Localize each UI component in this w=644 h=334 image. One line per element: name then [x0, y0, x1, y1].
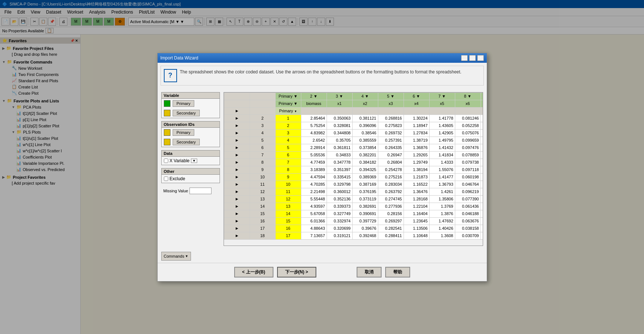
- col-header-3[interactable]: 3 ▼: [327, 92, 352, 100]
- row-header-14[interactable]: 15: [250, 210, 275, 217]
- cell-2-5[interactable]: 1.43605: [429, 122, 455, 129]
- cell-11-1[interactable]: 0.360012: [327, 188, 352, 195]
- cell-3-2[interactable]: 0.38546: [352, 129, 378, 137]
- cell-14-2[interactable]: 0.390691: [352, 210, 378, 217]
- primary-obs-btn[interactable]: Primary: [173, 129, 195, 136]
- cell-17-2[interactable]: 0.392468: [352, 232, 378, 239]
- cell-2-0[interactable]: 5.75254: [301, 122, 327, 129]
- sub-header-primary[interactable]: Primary ▼: [275, 100, 301, 107]
- cell-7-3[interactable]: 0.26804: [378, 159, 404, 166]
- cell-1-4[interactable]: 1.30224: [404, 115, 429, 122]
- row-arrow-3[interactable]: ▶: [224, 129, 250, 137]
- col-header-5[interactable]: 5 ▼: [378, 92, 404, 100]
- cell-16-0[interactable]: 4.88643: [301, 225, 327, 232]
- cell-11-6[interactable]: 0.096219: [455, 188, 481, 195]
- cell-3-5[interactable]: 1.42905: [429, 129, 455, 137]
- cell-5-2[interactable]: 0.373854: [352, 144, 378, 151]
- cancel-button[interactable]: 取消: [357, 267, 382, 277]
- cell-12-1[interactable]: 0.352136: [327, 195, 352, 203]
- cell-10-6[interactable]: 0.046764: [455, 181, 481, 188]
- cell-15-3[interactable]: 0.269297: [378, 217, 404, 225]
- cell-13-2[interactable]: 0.382691: [352, 203, 378, 210]
- cell-8-2[interactable]: 0.394325: [352, 166, 378, 173]
- col-header-2[interactable]: 2 ▼: [301, 92, 327, 100]
- row-arrow-11[interactable]: ▶: [224, 188, 250, 195]
- cell-1-0[interactable]: 2.85464: [301, 115, 327, 122]
- cell-12-7[interactable]: 0.647864: [481, 195, 483, 203]
- cell-16-2[interactable]: 0.39676: [352, 225, 378, 232]
- cell-8-3[interactable]: 0.254278: [378, 166, 404, 173]
- cell-3-7[interactable]: 0.655192: [481, 129, 483, 137]
- cell-14-7[interactable]: 0.672251: [481, 210, 483, 217]
- cell-6-1[interactable]: 0.34833: [327, 151, 352, 159]
- cell-6-6[interactable]: 0.078859: [455, 151, 481, 159]
- cell-17-5[interactable]: 1.3608: [429, 232, 455, 239]
- cell-15-6[interactable]: 0.063676: [455, 217, 481, 225]
- cell-3-6[interactable]: 0.075076: [455, 129, 481, 137]
- col-header-1[interactable]: Primary ▼: [275, 92, 301, 100]
- cell-1-6[interactable]: 0.081246: [455, 115, 481, 122]
- cell-9-2[interactable]: 0.389369: [352, 173, 378, 181]
- cell-9-4[interactable]: 1.21873: [404, 173, 429, 181]
- scroll-right[interactable]: ▶: [477, 246, 483, 246]
- cell-4-6[interactable]: 0.099659: [455, 137, 481, 144]
- cell-7-7[interactable]: 0.652222: [481, 159, 483, 166]
- cell-5-6[interactable]: 0.097476: [455, 144, 481, 151]
- exclude-checkbox[interactable]: [164, 177, 168, 181]
- cell-6-2[interactable]: 0.382201: [352, 151, 378, 159]
- row-header-7[interactable]: 8: [250, 159, 275, 166]
- cell-9-5[interactable]: 1.41477: [429, 173, 455, 181]
- cell-3-1[interactable]: 0.344808: [327, 129, 352, 137]
- row-header-17[interactable]: 18: [250, 232, 275, 239]
- cell-2-2[interactable]: 0.396096: [352, 122, 378, 129]
- cell-17-7[interactable]: 0.680879: [481, 232, 483, 239]
- row-header-9[interactable]: 10: [250, 173, 275, 181]
- cell-5-3[interactable]: 0.264335: [378, 144, 404, 151]
- row-arrow-10[interactable]: ▶: [224, 181, 250, 188]
- row-header-15[interactable]: 16: [250, 217, 275, 225]
- cell-6-7[interactable]: 0.65167: [481, 151, 483, 159]
- cell-11-3[interactable]: 0.263792: [378, 188, 404, 195]
- help-button[interactable]: 帮助: [385, 267, 410, 277]
- cell-11-5[interactable]: 1.4261: [429, 188, 455, 195]
- cell-7-5[interactable]: 1.4333: [429, 159, 455, 166]
- cell-2-1[interactable]: 0.328081: [327, 122, 352, 129]
- cell-13-5[interactable]: 1.3769: [429, 203, 455, 210]
- cell-10-4[interactable]: 1.16522: [404, 181, 429, 188]
- cell-5-0[interactable]: 2.28914: [301, 144, 327, 151]
- col-header-6[interactable]: 6 ▼: [404, 92, 429, 100]
- cell-9-6[interactable]: 0.060198: [455, 173, 481, 181]
- row-arrow-5[interactable]: ▶: [224, 144, 250, 151]
- cell-16-3[interactable]: 0.282541: [378, 225, 404, 232]
- cell-17-1[interactable]: 0.319121: [327, 232, 352, 239]
- row-arrow-16[interactable]: ▶: [224, 225, 250, 232]
- next-button[interactable]: 下一步(N) >: [277, 267, 316, 277]
- col-header-9[interactable]: 9 ▼: [481, 92, 483, 100]
- back-button[interactable]: < 上一步(B): [234, 267, 273, 277]
- cell-8-4[interactable]: 1.38194: [404, 166, 429, 173]
- cell-8-5[interactable]: 1.55076: [429, 166, 455, 173]
- cell-12-3[interactable]: 0.274745: [378, 195, 404, 203]
- cell-17-0[interactable]: 7.13657: [301, 232, 327, 239]
- cell-16-4[interactable]: 1.13506: [404, 225, 429, 232]
- x-variable-checkbox[interactable]: [164, 159, 168, 163]
- row-header-10[interactable]: 11: [250, 181, 275, 188]
- commands-dropdown[interactable]: Commands ▼: [161, 252, 191, 261]
- cell-15-0[interactable]: 6.01366: [301, 217, 327, 225]
- cell-16-1[interactable]: 0.320699: [327, 225, 352, 232]
- dialog-close-btn[interactable]: ✕: [477, 55, 484, 61]
- cell-2-4[interactable]: 1.18947: [404, 122, 429, 129]
- row-header-1[interactable]: 2: [250, 115, 275, 122]
- cell-3-0[interactable]: 4.83982: [301, 129, 327, 137]
- cell-13-3[interactable]: 0.277936: [378, 203, 404, 210]
- cell-7-0[interactable]: 4.77459: [301, 159, 327, 166]
- cell-14-4[interactable]: 1.16404: [404, 210, 429, 217]
- cell-3-4[interactable]: 1.27834: [404, 129, 429, 137]
- row-header-12[interactable]: 13: [250, 195, 275, 203]
- cell-12-0[interactable]: 5.55448: [301, 195, 327, 203]
- cell-5-1[interactable]: 0.361811: [327, 144, 352, 151]
- cell-15-4[interactable]: 1.23645: [404, 217, 429, 225]
- x-variable-dropdown-arrow[interactable]: ▼: [191, 159, 197, 163]
- col-header-8[interactable]: 8 ▼: [455, 92, 481, 100]
- cell-1-1[interactable]: 0.350063: [327, 115, 352, 122]
